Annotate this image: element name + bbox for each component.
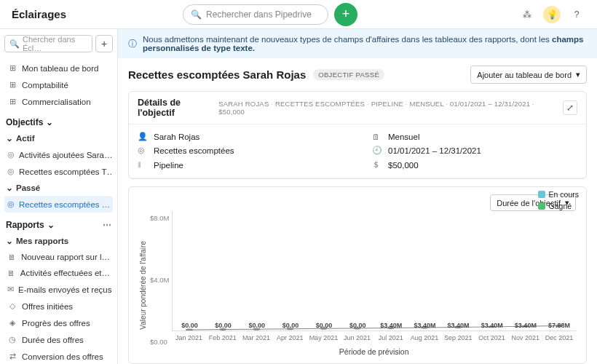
item-icon: ◇ [7,301,17,311]
chevron-down-icon: ⌄ [6,183,13,193]
sidebar-item[interactable]: ◎Activités ajoutées Sara… [4,146,113,163]
sidebar-item[interactable]: 🗎Nouveau rapport sur l… [4,249,113,265]
sidebar-item-label: Offres initiées [22,302,73,311]
tools-icon[interactable]: ⁂ [518,6,536,23]
sidebar-item-label: Comptabilité [22,81,68,90]
chevron-down-icon: ⌄ [6,236,13,246]
x-tick: Jun 2021 [341,331,374,344]
chart-bar: $0.00 [341,322,374,331]
sidebar-item-label: Progrès des offres [22,319,90,328]
bar-value-label: $3.40M [481,322,503,329]
item-icon: ⊞ [7,80,17,90]
breadcrumb-item: MENSUEL [410,100,451,108]
info-banner-text: Nous admettons maintenant de nouveaux ty… [143,35,552,44]
details-card: Détails de l'objectif SARAH ROJASRECETTE… [128,91,587,179]
detail-value: Pipeline [154,161,183,170]
y-tick: $0.00 [150,338,169,346]
breadcrumb-item: SARAH ROJAS [218,100,275,108]
sidebar-item[interactable]: ◎Recettes escomptées T… [4,163,113,180]
bar-value-label: $3.40M [515,322,537,329]
info-banner: ⓘ Nous admettons maintenant de nouveaux … [118,29,597,58]
objectives-heading[interactable]: Objectifs ⌄ [6,117,111,127]
chart-bar: $3.40M [475,322,509,331]
x-tick: Apr 2021 [273,331,307,344]
item-icon: 🗎 [7,253,17,261]
item-icon: ◎ [7,167,15,176]
chart-bar: $3.40M [442,322,475,331]
global-search-input[interactable]: 🔍 Rechercher dans Pipedrive [183,4,328,25]
detail-icon: 🗓 [372,132,382,141]
x-tick: Aug 2021 [408,331,441,344]
sidebar-search-input[interactable]: 🔍 Chercher dans Écl… [4,35,92,52]
detail-icon: ◎ [138,146,148,155]
x-axis-label: Période de prévision [172,344,576,359]
x-tick: Mar 2021 [240,331,273,344]
sidebar-item[interactable]: ⊞Commercialisation [4,93,113,110]
breadcrumb-item: PIPELINE [371,100,410,108]
sidebar-group-passe[interactable]: ⌄ Passé [4,180,113,196]
sidebar-item-label: Durée des offres [22,336,84,344]
detail-row: ⫴Pipeline [138,159,343,170]
x-tick: Jan 2021 [172,331,205,344]
sidebar-group-mesrapports[interactable]: ⌄ Mes rapports [4,233,113,249]
add-button[interactable]: + [334,3,357,26]
insights-icon[interactable]: 💡 [543,6,561,23]
sidebar-item[interactable]: ⊞Mon tableau de bord [4,60,113,76]
breadcrumb-item: RECETTES ESCOMPTÉES [275,100,371,108]
breadcrumb-item: $50,000 [218,108,245,116]
detail-row: ＄$50,000 [372,159,577,170]
detail-value: Mensuel [388,132,419,141]
sidebar-search-placeholder: Chercher dans Écl… [23,35,87,52]
global-search-placeholder: Rechercher dans Pipedrive [206,9,312,20]
bar-value-label: $3.40M [380,322,402,329]
chart-bar: $3.40M [374,322,408,331]
legend-label: Gagné [549,202,572,210]
chart-bar: $3.40M [509,322,542,331]
detail-value: $50,000 [388,161,419,170]
x-tick: Nov 2021 [509,331,542,344]
detail-value: Recettes escomptées [154,146,234,155]
detail-row: 👤Sarah Rojas [138,132,343,141]
sidebar-item[interactable]: 🗎Activités effectuées et… [4,265,113,281]
item-icon: ◎ [7,150,15,159]
sidebar-item-label: Activités effectuées et… [20,269,110,277]
x-tick: Jul 2021 [374,331,408,344]
legend-swatch [538,202,545,210]
x-tick: May 2021 [307,331,340,344]
sidebar-add-button[interactable]: + [95,35,113,52]
search-icon: 🔍 [191,9,202,20]
sidebar-group-actif[interactable]: ⌄ Actif [4,130,113,146]
sidebar-item[interactable]: ◇Offres initiées [4,298,113,314]
detail-value: 01/01/2021 – 12/31/2021 [388,146,481,155]
bar-value-label: $0.00 [349,322,366,329]
add-to-dashboard-button[interactable]: Ajouter au tableau de bord ▾ [470,66,587,84]
sidebar-item[interactable]: ⇄Conversion des offres [4,348,113,364]
detail-icon: ⫴ [138,160,148,170]
chart-bar: $3.40M [408,322,441,331]
legend-label: En cours [549,190,579,199]
sidebar-item[interactable]: ⊞Comptabilité [4,76,113,93]
sidebar-item[interactable]: ◎Recettes escomptées … [4,196,113,213]
item-icon: ✉ [7,285,14,294]
sidebar-item[interactable]: ◈Progrès des offres [4,314,113,331]
sidebar-item[interactable]: ✉E-mails envoyés et reçus [4,281,113,298]
y-tick: $4.0M [150,276,169,284]
sidebar-item-label: Commercialisation [22,98,91,106]
item-icon: ⊞ [7,63,17,73]
y-axis: $8.0M$4.0M$0.00 [150,211,172,359]
chevron-down-icon: ▾ [576,70,580,79]
help-icon[interactable]: ? [568,6,585,23]
x-tick: Sep 2021 [441,331,475,344]
reports-heading[interactable]: Rapports ⌄ ⋯ [6,220,111,230]
sidebar-item-label: Recettes escomptées … [19,200,110,209]
more-icon[interactable]: ⋯ [103,220,111,230]
reports-heading-label: Rapports [6,220,44,230]
chart-card: En coursGagné Durée de l'objectif ▾ Vale… [128,186,587,364]
sidebar-group-passe-label: Passé [16,183,40,192]
bar-value-label: $0.00 [215,322,232,329]
x-tick: Dec 2021 [542,331,576,344]
sidebar-item[interactable]: ◷Durée des offres [4,331,113,348]
expand-button[interactable]: ⤢ [563,100,577,115]
item-icon: ◈ [7,318,17,328]
plus-icon: + [342,7,350,22]
